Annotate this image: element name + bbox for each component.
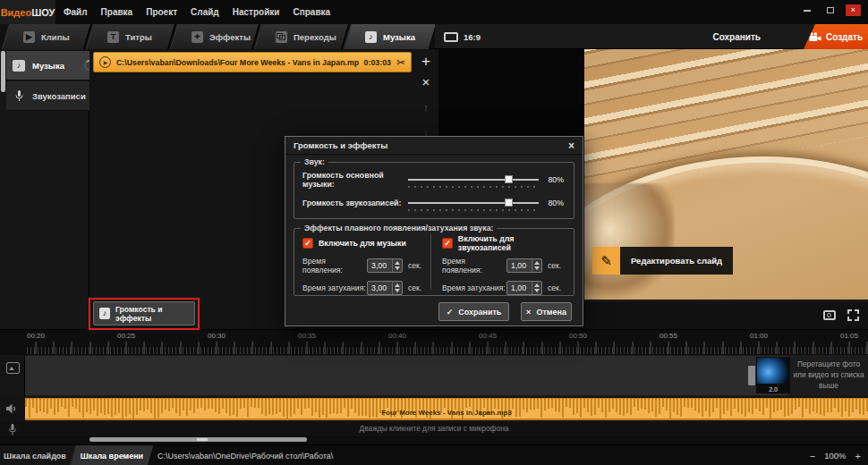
fade-in-label: Время появления: bbox=[442, 257, 506, 275]
close-button[interactable]: × bbox=[846, 4, 861, 16]
music-fade-out-spinner[interactable]: 3,00 bbox=[367, 281, 403, 295]
tab-slide-scale[interactable]: Шкала слайдов bbox=[0, 445, 73, 465]
tab-titles-label: Титры bbox=[125, 32, 152, 42]
restore-button[interactable] bbox=[822, 4, 838, 16]
spinner-buttons[interactable] bbox=[532, 282, 541, 294]
volume-effects-button[interactable]: ♪ Громкость и эффекты bbox=[93, 301, 195, 326]
spinner-buttons[interactable] bbox=[392, 259, 402, 272]
sidebar-item-music[interactable]: ♪ Музыка bbox=[6, 51, 89, 80]
menu-settings[interactable]: Настройки bbox=[233, 7, 280, 17]
spin-up-icon[interactable] bbox=[395, 283, 400, 287]
sidebar-item-recordings[interactable]: Звукозаписи bbox=[6, 81, 89, 111]
clip-drag-handle[interactable] bbox=[748, 366, 755, 385]
speaker-icon[interactable] bbox=[5, 402, 18, 418]
play-icon[interactable]: ▶ bbox=[99, 56, 111, 68]
move-up-button[interactable]: ↑ bbox=[413, 101, 438, 114]
spinner-value[interactable]: 1,00 bbox=[507, 259, 532, 272]
tab-time-scale[interactable]: Шкала времени bbox=[73, 445, 150, 465]
dialog-save-label: Сохранить bbox=[458, 308, 501, 317]
menu-project[interactable]: Проект bbox=[146, 7, 177, 17]
zoom-in-button[interactable]: + bbox=[855, 451, 861, 461]
logo-part-1: Видео bbox=[1, 7, 32, 18]
enable-music-checkbox[interactable]: ✓ bbox=[302, 238, 313, 249]
sound-group-label: Звук: bbox=[301, 157, 328, 166]
recordings-fade-in-spinner[interactable]: 1,00 bbox=[506, 258, 542, 273]
slider-thumb[interactable] bbox=[505, 199, 513, 207]
window-controls: × bbox=[799, 4, 861, 16]
menu-file[interactable]: Файл bbox=[64, 7, 88, 17]
seconds-unit: сек. bbox=[548, 261, 561, 270]
dialog-close-icon[interactable]: × bbox=[568, 140, 574, 151]
spinner-buttons[interactable] bbox=[392, 282, 402, 294]
video-track-lane[interactable] bbox=[25, 356, 787, 395]
spin-down-icon[interactable] bbox=[534, 266, 540, 270]
aspect-ratio-toggle[interactable]: 16:9 bbox=[444, 24, 481, 49]
transitions-icon bbox=[276, 31, 287, 43]
spin-up-icon[interactable] bbox=[534, 261, 540, 265]
zoom-out-button[interactable]: − bbox=[810, 451, 815, 461]
menu-edit[interactable]: Правка bbox=[101, 7, 133, 17]
menu-slide[interactable]: Слайд bbox=[191, 7, 219, 17]
tab-music[interactable]: ♪ Музыка bbox=[347, 24, 433, 49]
tab-effects[interactable]: ✦ Эффекты bbox=[174, 24, 256, 49]
logo-part-2: ШОУ bbox=[31, 7, 55, 18]
timeline-scrollbar[interactable] bbox=[89, 437, 307, 442]
spinner-value[interactable]: 1,00 bbox=[507, 282, 532, 294]
save-project-button[interactable]: Сохранить bbox=[712, 24, 761, 49]
audio-file-item[interactable]: ▶ C:\Users\vaban\Downloads\Four More Wee… bbox=[93, 52, 412, 72]
dialog-cancel-button[interactable]: × Отмена bbox=[521, 302, 572, 321]
tab-clips[interactable]: ▶ Клипы bbox=[5, 24, 88, 49]
videoshow-app: ВидеоШОУ Файл Правка Проект Слайд Настро… bbox=[0, 0, 868, 465]
timeline-ruler[interactable]: 00:20 00:25 00:30 00:35 00:40 00:45 00:5… bbox=[0, 329, 868, 355]
titles-icon: T bbox=[107, 31, 119, 43]
spinner-buttons[interactable] bbox=[532, 259, 541, 272]
edit-slide-button[interactable]: ✎ Редактировать слайд bbox=[592, 247, 733, 275]
preview-toolbar: 16:9 Сохранить Создать bbox=[435, 24, 868, 49]
enable-recordings-checkbox[interactable]: ✓ bbox=[442, 238, 453, 249]
dialog-titlebar: Громкость и эффекты × bbox=[285, 137, 583, 155]
scrollbar-grip[interactable] bbox=[197, 438, 208, 441]
slide-thumbnail[interactable]: 2.0 bbox=[756, 357, 790, 393]
recordings-fade-out-spinner[interactable]: 1,00 bbox=[506, 281, 542, 295]
tab-transitions-label: Переходы bbox=[294, 32, 336, 42]
spinner-value[interactable]: 3,00 bbox=[368, 282, 392, 294]
slider-track[interactable] bbox=[408, 202, 539, 204]
menu-bar: Файл Правка Проект Слайд Настройки Справ… bbox=[59, 0, 330, 24]
audio-track[interactable]: Four More Weeks - Vans in Japan.mp3 bbox=[0, 396, 868, 422]
spin-up-icon[interactable] bbox=[395, 261, 400, 265]
tab-titles[interactable]: T Титры bbox=[89, 24, 172, 49]
sidebar-scrollbar[interactable] bbox=[1, 51, 5, 92]
ruler-label: 00:55 bbox=[660, 332, 677, 340]
video-track[interactable]: 2.0 Перетащите фото или видео из списка … bbox=[0, 355, 868, 396]
tab-transitions[interactable]: Переходы bbox=[258, 24, 345, 49]
minimize-button[interactable] bbox=[799, 4, 814, 16]
spin-down-icon[interactable] bbox=[534, 289, 540, 292]
slider-thumb[interactable] bbox=[505, 175, 513, 183]
trim-scissors-icon[interactable]: ✂ bbox=[396, 57, 405, 68]
spin-down-icon[interactable] bbox=[395, 289, 400, 292]
slider-track[interactable] bbox=[408, 179, 539, 181]
spinner-value[interactable]: 3,00 bbox=[368, 259, 392, 272]
fade-effects-label: Эффекты плавного появления/затухания зву… bbox=[301, 224, 497, 232]
fullscreen-icon[interactable] bbox=[847, 309, 859, 321]
music-fade-in-row: Время появления: 3,00 сек. bbox=[302, 257, 428, 275]
project-path: C:\Users\vaban\OneDrive\Рабочий стол\Раб… bbox=[157, 445, 333, 465]
recordings-volume-slider[interactable] bbox=[408, 194, 539, 212]
recordings-volume-value: 80% bbox=[539, 199, 564, 207]
spin-up-icon[interactable] bbox=[534, 283, 540, 287]
microphone-track[interactable]: Дважды кликните для записи с микрофона bbox=[0, 422, 868, 436]
music-fade-in-spinner[interactable]: 3,00 bbox=[367, 258, 403, 273]
music-volume-value: 80% bbox=[539, 175, 564, 184]
add-track-button[interactable]: + bbox=[413, 53, 438, 71]
music-volume-slider[interactable] bbox=[408, 171, 539, 189]
dialog-save-button[interactable]: ✓ Сохранить bbox=[438, 302, 509, 321]
ruler-label: 00:40 bbox=[388, 332, 406, 340]
snapshot-camera-icon[interactable] bbox=[823, 310, 836, 320]
remove-track-button[interactable]: × bbox=[413, 74, 438, 89]
zoom-level: 100% bbox=[824, 451, 846, 461]
menu-help[interactable]: Справка bbox=[293, 7, 330, 17]
create-video-button[interactable]: Создать bbox=[804, 24, 868, 49]
sidebar-music-label: Музыка bbox=[32, 61, 64, 71]
spin-down-icon[interactable] bbox=[395, 266, 400, 270]
audio-clip-waveform[interactable]: Four More Weeks - Vans in Japan.mp3 bbox=[25, 398, 868, 420]
